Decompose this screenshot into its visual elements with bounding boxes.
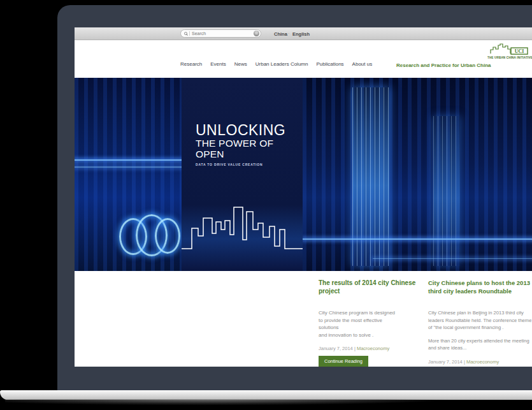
nav-item-publications[interactable]: Publications <box>316 61 343 67</box>
nav-item-events[interactable]: Events <box>210 61 226 67</box>
article-meta: January 7, 2014 | Macroeconomy <box>319 346 419 351</box>
main-nav: Research Events News Urban Leaders Colum… <box>180 61 372 67</box>
article-category[interactable]: Macroeconomy <box>466 359 499 365</box>
logo-skyline-icon: UCI <box>489 43 529 55</box>
nav-item-research[interactable]: Research <box>180 61 202 67</box>
nav-item-news[interactable]: News <box>234 61 247 67</box>
uci-logo[interactable]: UCI THE URBAN CHINA INITIATIVE <box>487 43 531 59</box>
neon-texture-decoration <box>303 78 532 271</box>
article-card: The results of 2014 city Chinese project… <box>319 279 419 367</box>
light-streak-decoration <box>373 258 532 259</box>
article-card: City Chinese plans to host the 2013 thir… <box>428 279 532 365</box>
hero-left-image <box>75 78 182 271</box>
meta-separator: | <box>354 346 356 351</box>
language-separator: · <box>288 31 289 36</box>
language-link-china[interactable]: China <box>274 31 287 37</box>
hero-subheadline: DATA TO DRIVE VALUE CREATION <box>196 163 303 166</box>
laptop-frame: China · English Research Events News Urb… <box>57 5 532 390</box>
meta-separator: | <box>464 359 465 365</box>
article-date: January 7, 2014 <box>319 346 353 351</box>
language-link-english[interactable]: English <box>292 31 310 37</box>
search-go-button[interactable] <box>254 31 259 36</box>
article-body: City Chinese plan in Beijing in 2013 thi… <box>428 309 532 332</box>
article-title[interactable]: City Chinese plans to host the 2013 thir… <box>428 279 532 295</box>
laptop-shadow <box>5 399 532 407</box>
continue-reading-button[interactable]: Continue Reading <box>319 356 368 367</box>
article-date: January 7, 2014 <box>428 359 463 365</box>
browser-bar: China · English <box>75 27 532 40</box>
glowing-building-decoration <box>433 116 460 266</box>
articles-section: The results of 2014 city Chinese project… <box>75 271 532 367</box>
search-input[interactable] <box>192 31 252 37</box>
article-category[interactable]: Macroeconomy <box>357 346 389 351</box>
logo-caption: THE URBAN CHINA INITIATIVE <box>487 56 531 59</box>
site-header: Research Events News Urban Leaders Colum… <box>75 40 532 78</box>
nav-item-urban-leaders-column[interactable]: Urban Leaders Column <box>255 61 308 67</box>
light-streak-decoration <box>75 159 182 161</box>
article-body: City Chinese program is designed to prov… <box>319 309 419 339</box>
search-box[interactable] <box>180 29 261 38</box>
light-streak-decoration <box>75 166 182 168</box>
article-title[interactable]: The results of 2014 city Chinese project <box>319 279 419 295</box>
light-streak-decoration <box>303 238 532 240</box>
hero-headline-line2: THE POWER OF OPEN <box>196 138 303 159</box>
search-icon <box>184 32 187 35</box>
hero-section <box>75 78 532 271</box>
hero-headline-line1: UNLOCKING <box>196 122 303 138</box>
laptop-screen: China · English Research Events News Urb… <box>75 27 532 367</box>
article-body-more: More than 20 city experts attended the m… <box>428 337 532 352</box>
article-meta: January 7, 2014 | Macroeconomy <box>428 359 532 365</box>
logo-acronym: UCI <box>515 48 524 54</box>
skyline-outline-icon <box>182 204 303 256</box>
hero-headline: UNLOCKING THE POWER OF OPEN DATA TO DRIV… <box>196 122 303 166</box>
site-tagline: Research and Practice for Urban China <box>396 62 491 68</box>
neon-circle-decoration <box>155 218 180 254</box>
laptop-base <box>0 390 532 400</box>
nav-item-about-us[interactable]: About us <box>352 61 373 67</box>
hero-right-image <box>303 78 532 271</box>
search-divider <box>189 31 190 36</box>
